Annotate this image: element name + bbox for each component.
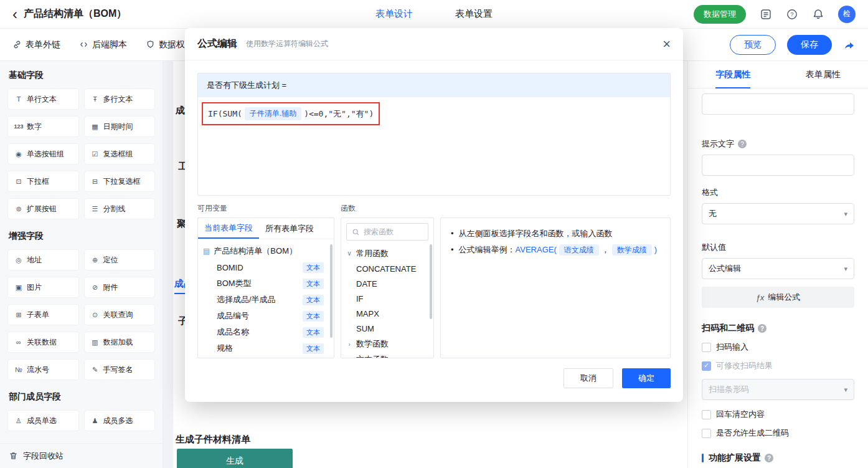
tab-form-properties[interactable]: 表单属性 xyxy=(778,61,868,88)
field-item-member-multi[interactable]: ♟成员多选 xyxy=(84,410,156,431)
field-item-multi-text[interactable]: Ŧ多行文本 xyxy=(84,88,156,110)
field-item-related-data[interactable]: ∞关联数据 xyxy=(7,332,79,353)
default-value-select[interactable]: 公式编辑 ▾ xyxy=(702,258,854,279)
panels-row: 当前表单字段 所有表单字段 ▤ 产品结构清单（BOM） BOMID文本 BOM类… xyxy=(197,217,671,358)
scrollbar[interactable] xyxy=(430,244,432,319)
variable-type-badge: 文本 xyxy=(303,327,324,338)
field-item-label: 单行文本 xyxy=(27,94,57,105)
data-manage-button[interactable]: 数据管理 xyxy=(694,5,746,24)
variable-row[interactable]: BOMID文本 xyxy=(203,259,331,275)
function-item-concatenate[interactable]: CONCATENATE xyxy=(346,261,428,276)
function-item-if[interactable]: IF xyxy=(346,291,428,306)
example-field-tag: 数学成绩 xyxy=(612,244,652,255)
function-group-common[interactable]: ∨ 常用函数 xyxy=(346,246,428,261)
field-item-label: 附件 xyxy=(103,282,118,293)
tab-form-design[interactable]: 表单设计 xyxy=(375,8,413,20)
scan-mode-select[interactable]: 扫描条形码 ▾ xyxy=(702,379,854,400)
function-search xyxy=(346,223,428,241)
checkbox-editable-scan-result[interactable]: 可修改扫码结果 xyxy=(702,360,854,371)
field-item-label: 流水号 xyxy=(27,365,49,375)
properties-panel: 字段属性 表单属性 提示文字 ? 格式 无 ▾ 默认值 公式编辑 ▾ ƒx 编辑… xyxy=(687,61,868,468)
field-item-divider[interactable]: ☰分割线 xyxy=(84,198,156,219)
field-item-image[interactable]: ▣图片 xyxy=(7,277,79,298)
field-item-attachment[interactable]: ⊘附件 xyxy=(84,277,156,298)
formula-field-tag[interactable]: 子件清单.辅助 xyxy=(245,107,301,120)
format-label: 格式 xyxy=(702,187,854,198)
help-icon[interactable]: ? xyxy=(738,140,747,148)
variable-row[interactable]: 成品编号文本 xyxy=(203,308,331,324)
function-search-input[interactable] xyxy=(364,227,420,236)
tab-field-properties[interactable]: 字段属性 xyxy=(688,61,778,88)
confirm-button[interactable]: 确定 xyxy=(622,368,671,388)
field-item-serial-number[interactable]: №流水号 xyxy=(7,359,79,380)
scrollbar[interactable] xyxy=(330,244,333,338)
field-name-input[interactable] xyxy=(702,93,854,115)
field-palette-sidebar: 基础字段 T单行文本 Ŧ多行文本 123数字 ▦日期时间 ◉单选按钮组 ☑复选框… xyxy=(0,61,163,468)
field-item-subform[interactable]: ⊞子表单 xyxy=(7,304,79,325)
variable-row[interactable]: 规格文本 xyxy=(203,340,331,356)
bell-icon[interactable] xyxy=(812,8,824,21)
field-item-member-single[interactable]: ♙成员单选 xyxy=(7,410,79,431)
tab-all-form-fields[interactable]: 所有表单字段 xyxy=(259,218,320,239)
help-icon[interactable]: ? xyxy=(758,324,767,333)
save-button[interactable]: 保存 xyxy=(787,35,832,55)
toolbar-item-external-link[interactable]: 表单外链 xyxy=(12,39,60,50)
variable-type-badge: 文本 xyxy=(303,295,324,305)
field-item-single-text[interactable]: T单行文本 xyxy=(7,88,79,110)
functions-panel: ∨ 常用函数 CONCATENATE DATE IF MAPX SUM › 数学… xyxy=(341,217,434,358)
checkbox-allow-qrcode[interactable]: 是否允许生成二维码 xyxy=(702,427,854,439)
field-item-label: 分割线 xyxy=(103,204,126,214)
function-group-label: 文本函数 xyxy=(356,354,389,359)
field-item-multi-select[interactable]: ⊟下拉复选框 xyxy=(84,171,156,192)
header-actions: 数据管理 ? 检 xyxy=(694,5,856,24)
field-item-address[interactable]: ◎地址 xyxy=(7,249,79,270)
function-item-mapx[interactable]: MAPX xyxy=(346,306,428,321)
field-item-data-load[interactable]: ▥数据加载 xyxy=(84,332,156,353)
help-line-2: • 公式编辑举例：AVERAGE(语文成绩，数学成绩) xyxy=(451,242,660,258)
help-icon[interactable]: ? xyxy=(786,8,798,21)
hint-text-input[interactable] xyxy=(702,155,854,176)
toolbar-item-label: 表单外链 xyxy=(26,39,60,50)
toolbar-item-backend-script[interactable]: 后端脚本 xyxy=(79,39,127,50)
field-item-signature[interactable]: ✎手写签名 xyxy=(84,359,156,380)
field-item-select[interactable]: ⊡下拉框 xyxy=(7,171,79,192)
field-item-label: 成员多选 xyxy=(103,416,133,426)
checkbox-scan-input[interactable]: 扫码输入 xyxy=(702,341,854,353)
field-item-label: 单选按钮组 xyxy=(27,149,64,160)
share-icon[interactable] xyxy=(843,39,856,51)
field-item-datetime[interactable]: ▦日期时间 xyxy=(84,116,156,137)
avatar[interactable]: 检 xyxy=(838,6,856,23)
format-select[interactable]: 无 ▾ xyxy=(702,203,854,224)
field-item-number[interactable]: 123数字 xyxy=(7,116,79,137)
checkbox-clear-on-enter[interactable]: 回车清空内容 xyxy=(702,409,854,420)
function-item-sum[interactable]: SUM xyxy=(346,321,428,336)
field-item-radio-group[interactable]: ◉单选按钮组 xyxy=(7,143,79,165)
variable-row[interactable]: BOM类型文本 xyxy=(203,275,331,292)
edit-formula-button[interactable]: ƒx 编辑公式 xyxy=(702,287,854,308)
enhanced-fields-grid: ◎地址 ⊕定位 ▣图片 ⊘附件 ⊞子表单 ⊙关联查询 ∞关联数据 ▥数据加载 №… xyxy=(7,249,155,380)
cancel-button[interactable]: 取消 xyxy=(564,368,613,388)
back-icon[interactable]: ‹ xyxy=(12,7,17,22)
hint-text-label-text: 提示文字 xyxy=(702,138,734,150)
function-item-date[interactable]: DATE xyxy=(346,276,428,291)
formula-input-area[interactable]: IF(SUM( 子件清单.辅助 )<=0,"无","有") xyxy=(198,97,670,195)
variables-root-node[interactable]: ▤ 产品结构清单（BOM） xyxy=(203,243,331,259)
tab-form-settings[interactable]: 表单设置 xyxy=(455,8,493,20)
tab-current-form-fields[interactable]: 当前表单字段 xyxy=(198,218,259,239)
preview-button[interactable]: 预览 xyxy=(730,35,776,55)
help-icon[interactable]: ? xyxy=(765,454,773,462)
field-item-extend-button[interactable]: ⊜扩展按钮 xyxy=(7,198,79,219)
close-icon[interactable]: × xyxy=(663,37,671,51)
variable-row[interactable]: 成品名称文本 xyxy=(203,324,331,340)
function-group-math[interactable]: › 数学函数 xyxy=(346,336,428,351)
field-recycle-bin[interactable]: 字段回收站 xyxy=(0,443,163,468)
app-panel-icon[interactable] xyxy=(760,8,772,21)
variable-row[interactable]: 选择成品/半成品文本 xyxy=(203,292,331,308)
function-group-text[interactable]: › 文本函数 xyxy=(346,351,428,358)
field-item-checkbox-group[interactable]: ☑复选框组 xyxy=(84,143,156,165)
field-item-related-query[interactable]: ⊙关联查询 xyxy=(84,304,156,325)
checkbox-label: 回车清空内容 xyxy=(716,409,765,420)
field-item-label: 下拉框 xyxy=(27,176,49,187)
generate-button[interactable]: 生成 xyxy=(177,449,293,468)
field-item-location[interactable]: ⊕定位 xyxy=(84,249,156,270)
